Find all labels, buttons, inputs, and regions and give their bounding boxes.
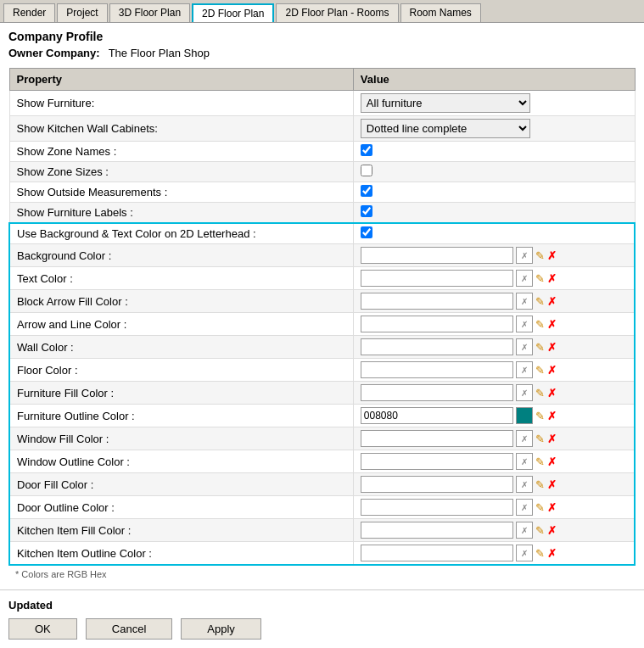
delete-icon-floor-color[interactable]: ✗ [547,364,557,377]
property-label-kitchen-item-outline-color: Kitchen Item Outline Color : [9,542,353,566]
checkbox-use-background-text-color[interactable] [361,226,372,238]
color-box-wall-color[interactable]: ✗ [516,338,533,355]
color-input-kitchen-item-fill-color[interactable] [361,522,513,539]
edit-icon-door-outline-color[interactable]: ✎ [535,501,545,514]
property-label-block-arrow-fill-color: Block Arrow Fill Color : [9,290,353,313]
property-label-background-color: Background Color : [9,244,353,267]
edit-icon-window-outline-color[interactable]: ✎ [535,455,545,468]
edit-icon-furniture-outline-color[interactable]: ✎ [535,410,545,422]
edit-icon-furniture-fill-color[interactable]: ✎ [535,387,545,399]
color-box-text-color[interactable]: ✗ [516,270,533,287]
apply-button[interactable]: Apply [181,618,261,640]
delete-icon-kitchen-item-outline-color[interactable]: ✗ [547,547,557,560]
edit-icon-block-arrow-fill-color[interactable]: ✎ [535,295,545,308]
color-input-window-fill-color[interactable] [361,430,513,447]
color-box-furniture-fill-color[interactable]: ✗ [516,384,533,401]
color-input-kitchen-item-outline-color[interactable] [361,545,513,561]
property-value-block-arrow-fill-color: ✗✎✗ [353,290,635,313]
table-row: Show Zone Names : [9,142,635,162]
tab-3d-floor-plan[interactable]: 3D Floor Plan [109,3,190,22]
color-input-arrow-line-color[interactable] [361,316,513,332]
color-box-kitchen-item-fill-color[interactable]: ✗ [516,522,533,539]
color-input-furniture-fill-color[interactable] [361,384,513,401]
delete-icon-furniture-outline-color[interactable]: ✗ [547,410,557,422]
tab-project[interactable]: Project [57,3,107,22]
delete-icon-door-outline-color[interactable]: ✗ [547,501,557,514]
property-label-show-zone-sizes: Show Zone Sizes : [9,162,353,182]
property-label-text-color: Text Color : [9,267,353,290]
color-input-text-color[interactable] [361,270,513,287]
color-input-door-fill-color[interactable] [361,476,513,493]
owner-company-label: Owner Company: [8,47,100,59]
tab-2d-floor-plan[interactable]: 2D Floor Plan [192,3,274,22]
delete-icon-kitchen-item-fill-color[interactable]: ✗ [547,524,557,537]
delete-icon-block-arrow-fill-color[interactable]: ✗ [547,295,557,308]
tab-render[interactable]: Render [3,3,55,22]
color-box-door-fill-color[interactable]: ✗ [516,476,533,493]
edit-icon-background-color[interactable]: ✎ [535,249,545,262]
edit-icon-kitchen-item-outline-color[interactable]: ✎ [535,547,545,560]
property-value-show-kitchen-wall-cabinets: Dotted line completeDotted line outlineS… [353,116,635,142]
checkbox-show-zone-names[interactable] [361,144,372,156]
tab-room-names[interactable]: Room Names [400,3,481,22]
color-input-block-arrow-fill-color[interactable] [361,293,513,310]
delete-icon-window-fill-color[interactable]: ✗ [547,433,557,445]
property-value-door-fill-color: ✗✎✗ [353,473,635,496]
delete-icon-background-color[interactable]: ✗ [547,249,557,262]
property-value-window-fill-color: ✗✎✗ [353,427,635,450]
property-value-furniture-fill-color: ✗✎✗ [353,382,635,405]
property-label-show-furniture: Show Furniture: [9,91,353,116]
edit-icon-floor-color[interactable]: ✎ [535,364,545,377]
checkbox-show-furniture-labels[interactable] [361,205,372,217]
color-input-furniture-outline-color[interactable] [361,407,513,424]
updated-section: Updated OK Cancel Apply [0,589,644,648]
color-input-background-color[interactable] [361,247,513,264]
table-row: Show Outside Measurements : [9,182,635,203]
color-box-background-color[interactable]: ✗ [516,247,533,264]
tab-2d-floor-plan-rooms[interactable]: 2D Floor Plan - Rooms [276,3,398,22]
color-input-floor-color[interactable] [361,361,513,378]
color-box-block-arrow-fill-color[interactable]: ✗ [516,293,533,310]
delete-icon-arrow-line-color[interactable]: ✗ [547,318,557,331]
checkbox-show-outside-measurements[interactable] [361,185,372,197]
table-row: Door Fill Color :✗✎✗ [9,473,635,496]
select-show-kitchen-wall-cabinets[interactable]: Dotted line completeDotted line outlineS… [361,119,530,138]
table-row: Use Background & Text Color on 2D Letter… [9,223,635,244]
property-label-kitchen-item-fill-color: Kitchen Item Fill Color : [9,519,353,542]
col-value-header: Value [353,69,635,91]
table-row: Door Outline Color :✗✎✗ [9,496,635,519]
edit-icon-window-fill-color[interactable]: ✎ [535,433,545,445]
color-box-floor-color[interactable]: ✗ [516,361,533,378]
select-show-furniture[interactable]: All furnitureNo furnitureSelected furnit… [361,93,530,113]
edit-icon-text-color[interactable]: ✎ [535,272,545,285]
color-box-kitchen-item-outline-color[interactable]: ✗ [516,545,533,561]
property-value-arrow-line-color: ✗✎✗ [353,313,635,336]
checkbox-show-zone-sizes[interactable] [361,165,372,176]
color-box-window-fill-color[interactable]: ✗ [516,430,533,447]
color-input-wall-color[interactable] [361,338,513,355]
properties-table: Property Value Show Furniture:All furnit… [8,68,636,566]
color-input-window-outline-color[interactable] [361,453,513,470]
property-value-text-color: ✗✎✗ [353,267,635,290]
edit-icon-wall-color[interactable]: ✎ [535,341,545,354]
table-row: Wall Color :✗✎✗ [9,336,635,359]
property-label-show-outside-measurements: Show Outside Measurements : [9,182,353,203]
delete-icon-window-outline-color[interactable]: ✗ [547,455,557,468]
property-label-floor-color: Floor Color : [9,359,353,382]
edit-icon-kitchen-item-fill-color[interactable]: ✎ [535,524,545,537]
delete-icon-furniture-fill-color[interactable]: ✗ [547,387,557,399]
delete-icon-door-fill-color[interactable]: ✗ [547,478,557,491]
color-box-arrow-line-color[interactable]: ✗ [516,316,533,332]
edit-icon-door-fill-color[interactable]: ✎ [535,478,545,491]
colors-note: * Colors are RGB Hex [8,566,636,583]
ok-button[interactable]: OK [8,618,77,640]
color-box-window-outline-color[interactable]: ✗ [516,453,533,470]
cancel-button[interactable]: Cancel [86,618,172,640]
button-row: OK Cancel Apply [8,618,636,640]
edit-icon-arrow-line-color[interactable]: ✎ [535,318,545,331]
color-input-door-outline-color[interactable] [361,499,513,516]
color-box-furniture-outline-color[interactable] [516,407,533,424]
color-box-door-outline-color[interactable]: ✗ [516,499,533,516]
delete-icon-wall-color[interactable]: ✗ [547,341,557,354]
delete-icon-text-color[interactable]: ✗ [547,272,557,285]
